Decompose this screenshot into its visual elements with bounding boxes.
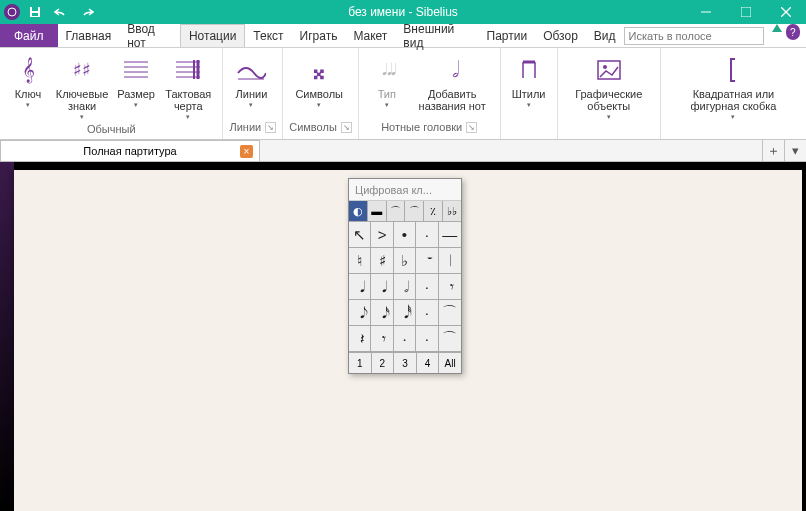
symbols-button[interactable]: 𝄪 Символы ▾ [289,52,349,111]
kp-voice-all[interactable]: All [439,353,461,373]
kp-cell[interactable]: 𝄽 [349,326,371,352]
graphics-button[interactable]: Графические объекты ▾ [564,52,654,123]
stems-label: Штили [512,88,546,100]
kp-cell[interactable]: > [371,222,393,248]
tab-layout[interactable]: Макет [345,24,395,47]
document-tabs: Полная партитура × ＋ ▾ [0,140,806,162]
quick-access [0,2,98,22]
undo-button[interactable] [50,2,72,22]
kp-cell[interactable]: ♭ [394,248,416,274]
kp-cell[interactable]: 𝄀 [439,248,461,274]
notehead-type-button[interactable]: 𝅘𝅥 𝅘𝅥 𝅘𝅥 Тип ▾ [365,52,409,111]
keypad-tab-4[interactable]: ⌒ [405,201,424,221]
tab-appearance[interactable]: Внешний вид [395,24,478,47]
kp-cell[interactable]: 𝅗𝅥 [394,274,416,300]
tab-text[interactable]: Текст [245,24,291,47]
kp-cell[interactable]: · [416,326,438,352]
tab-play[interactable]: Играть [292,24,346,47]
kp-cell[interactable]: ↖ [349,222,371,248]
bracket-button[interactable]: Квадратная или фигурная скобка ▾ [667,52,800,123]
window-title: без имени - Sibelius [348,5,458,19]
svg-rect-2 [32,7,38,11]
add-tab-button[interactable]: ＋ [762,140,784,161]
lines-button[interactable]: Линии ▾ [229,52,273,111]
tab-file[interactable]: Файл [0,24,58,47]
doc-tab-full-score[interactable]: Полная партитура × [0,140,260,161]
keysig-button[interactable]: ♯♯ Ключевые знаки ▾ [52,52,112,123]
canvas-gutter [0,162,14,511]
timesig-icon [120,54,152,86]
svg-rect-3 [32,13,38,16]
chevron-down-icon: ▾ [80,113,84,121]
chevron-down-icon: ▾ [26,101,30,109]
group-lines: Линии ▾ Линии↘ [223,48,283,139]
kp-voice-3[interactable]: 3 [394,353,417,373]
keysig-label: Ключевые знаки [56,88,109,112]
tab-view[interactable]: Вид [586,24,624,47]
kp-cell[interactable]: 𝅘𝅥 [349,274,371,300]
group-noteheads: 𝅘𝅥 𝅘𝅥 𝅘𝅥 Тип ▾ 𝅗𝅥 Добавить названия нот … [359,48,501,139]
kp-voice-1[interactable]: 1 [349,353,372,373]
kp-voice-2[interactable]: 2 [372,353,395,373]
keypad-tab-3[interactable]: ⌒ [387,201,406,221]
kp-cell[interactable]: 𝅘𝅥𝅰 [394,300,416,326]
dialog-launcher-icon[interactable]: ↘ [466,122,477,133]
chevron-down-icon: ▾ [385,101,389,109]
kp-cell[interactable]: · [416,300,438,326]
keypad-tab-6[interactable]: ♭♭ [443,201,461,221]
tab-parts[interactable]: Партии [479,24,536,47]
search-input[interactable] [624,27,764,45]
close-button[interactable] [766,0,806,24]
tab-note-input[interactable]: Ввод нот [119,24,180,47]
clef-icon: 𝄞 [12,54,44,86]
kp-cell[interactable]: ♯ [371,248,393,274]
close-tab-button[interactable]: × [240,145,253,158]
tab-review[interactable]: Обзор [535,24,586,47]
kp-cell[interactable]: 𝄾 [439,274,461,300]
tab-notations[interactable]: Нотации [180,24,245,47]
dialog-launcher-icon[interactable]: ↘ [265,122,276,133]
kp-cell[interactable]: 𝄾 [371,326,393,352]
kp-cell[interactable]: 𝄻 [416,248,438,274]
kp-cell[interactable]: · [416,274,438,300]
timesig-button[interactable]: Размер ▾ [114,52,158,111]
add-names-label: Добавить названия нот [415,88,490,112]
clef-label: Ключ [15,88,42,100]
keypad-title[interactable]: Цифровая кл... [349,179,461,201]
kp-cell[interactable]: ⌒ [439,326,461,352]
keypad-panel[interactable]: Цифровая кл... ◐ ▬ ⌒ ⌒ ٪ ♭♭ ↖ > • · — ♮ … [348,178,462,374]
tab-home[interactable]: Главная [58,24,120,47]
kp-cell[interactable]: ♮ [349,248,371,274]
kp-cell[interactable]: • [394,222,416,248]
svg-point-23 [603,65,607,69]
tab-menu-button[interactable]: ▾ [784,140,806,161]
kp-cell[interactable]: · [416,222,438,248]
group-common: 𝄞 Ключ ▾ ♯♯ Ключевые знаки ▾ Размер ▾ [0,48,223,139]
lines-label: Линии [236,88,268,100]
kp-cell[interactable]: 𝅘𝅥𝅯 [371,300,393,326]
collapse-ribbon-icon[interactable] [772,24,782,32]
group-noteheads-label: Нотные головки↘ [365,119,494,135]
keypad-tab-5[interactable]: ٪ [424,201,443,221]
dialog-launcher-icon[interactable]: ↘ [341,122,352,133]
keypad-tab-1[interactable]: ◐ [349,201,368,221]
svg-point-0 [8,8,16,16]
maximize-button[interactable] [726,0,766,24]
kp-voice-4[interactable]: 4 [417,353,440,373]
clef-button[interactable]: 𝄞 Ключ ▾ [6,52,50,111]
kp-cell[interactable]: 𝅘𝅥 [371,274,393,300]
kp-cell[interactable]: — [439,222,461,248]
kp-cell[interactable]: 𝅘𝅥𝅮 [349,300,371,326]
save-button[interactable] [24,2,46,22]
stems-button[interactable]: Штили ▾ [507,52,551,111]
kp-cell[interactable]: ⌒ [439,300,461,326]
keypad-tab-2[interactable]: ▬ [368,201,387,221]
minimize-button[interactable] [686,0,726,24]
redo-button[interactable] [76,2,98,22]
kp-cell[interactable]: · [394,326,416,352]
barline-button[interactable]: Тактовая черта ▾ [160,52,216,123]
group-bracket: Квадратная или фигурная скобка ▾ [661,48,806,139]
help-button[interactable]: ? [786,24,800,40]
add-note-names-button[interactable]: 𝅗𝅥 Добавить названия нот [411,52,494,114]
chevron-down-icon: ▾ [527,101,531,109]
